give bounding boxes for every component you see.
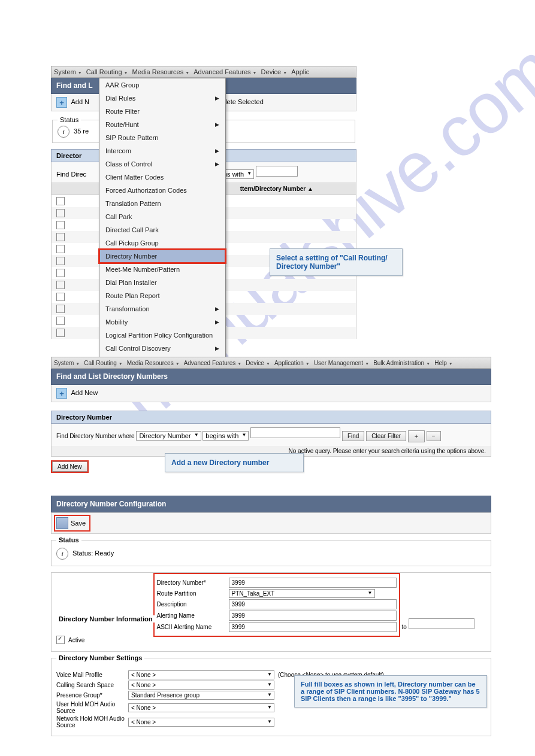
menu-item-directed-call-park[interactable]: Directed Call Park	[99, 223, 225, 236]
ascii-alerting-input[interactable]: 3999	[229, 622, 397, 632]
ascii-alerting-label: ASCII Alerting Name	[157, 624, 229, 630]
network-hold-moh-label: Network Hold MOH Audio Source	[56, 715, 128, 728]
begins-with-select[interactable]: begins with	[202, 431, 249, 441]
add-new-button[interactable]: Add New	[52, 462, 87, 472]
presence-group-label: Presence Group*	[56, 692, 128, 699]
active-checkbox[interactable]	[56, 636, 65, 644]
user-hold-moh-label: User Hold MOH Audio Source	[56, 701, 128, 714]
menu-call-routing[interactable]: Call Routing	[84, 360, 122, 366]
add-criteria-button[interactable]: ＋	[408, 430, 425, 442]
menu-item-call-control-discovery[interactable]: Call Control Discovery▶	[99, 342, 225, 355]
remove-criteria-button[interactable]: −	[427, 431, 441, 441]
active-label: Active	[68, 637, 84, 643]
row-checkbox[interactable]	[56, 197, 65, 205]
row-checkbox[interactable]	[56, 269, 65, 277]
menu-item-route-filter[interactable]: Route Filter	[99, 105, 225, 118]
directory-number-input[interactable]: 3999	[229, 578, 397, 588]
user-hold-moh-select[interactable]: < None >	[128, 703, 274, 712]
row-checkbox[interactable]	[56, 245, 65, 253]
menu-item-transformation[interactable]: Transformation▶	[99, 302, 225, 315]
network-hold-moh-select[interactable]: < None >	[128, 718, 274, 727]
menu-item-mobility[interactable]: Mobility▶	[99, 315, 225, 329]
menu-device[interactable]: Device	[261, 68, 288, 75]
row-checkbox[interactable]	[56, 293, 65, 301]
menu-advanced-features[interactable]: Advanced Features	[184, 360, 242, 366]
menubar: System Call Routing Media Resources Adva…	[51, 357, 491, 369]
menu-item-route-hunt[interactable]: Route/Hunt▶	[99, 118, 225, 131]
row-checkbox[interactable]	[56, 305, 65, 313]
row-checkbox[interactable]	[56, 209, 65, 217]
menu-item-intercom[interactable]: Intercom▶	[99, 144, 225, 157]
menu-advanced-features[interactable]: Advanced Features	[194, 68, 256, 75]
toolbar: + Add New	[51, 385, 491, 402]
row-checkbox[interactable]	[56, 329, 65, 337]
callout-add-new: Add a new Directory number	[165, 453, 304, 472]
search-input[interactable]	[250, 427, 340, 438]
row-checkbox[interactable]	[56, 221, 65, 229]
status-text: Status: Ready	[72, 549, 114, 557]
find-button[interactable]: Find	[342, 431, 364, 441]
menu-call-routing[interactable]: Call Routing	[86, 68, 128, 75]
search-text-input[interactable]	[256, 166, 298, 177]
row-checkbox[interactable]	[56, 233, 65, 241]
directory-number-label: Directory Number*	[157, 579, 229, 586]
row-checkbox[interactable]	[56, 257, 65, 265]
call-routing-dropdown: AAR GroupDial Rules▶Route FilterRoute/Hu…	[99, 78, 226, 369]
to-input[interactable]	[409, 618, 474, 629]
row-checkbox[interactable]	[56, 317, 65, 325]
menu-item-call-pickup-group[interactable]: Call Pickup Group	[99, 236, 225, 250]
description-input[interactable]: 3999	[229, 599, 397, 609]
menu-media-resources[interactable]: Media Resources	[127, 360, 180, 366]
menu-item-aar-group[interactable]: AAR Group	[99, 78, 225, 92]
menu-system[interactable]: System	[54, 68, 82, 75]
menu-application[interactable]: Application	[274, 360, 310, 366]
menu-media-resources[interactable]: Media Resources	[132, 68, 190, 75]
submenu-arrow-icon: ▶	[215, 319, 219, 325]
status-text: 35 re	[74, 127, 89, 135]
alerting-name-input[interactable]: 3999	[229, 611, 397, 621]
to-label: to	[402, 624, 407, 630]
menu-application-cut[interactable]: Applic	[291, 68, 309, 75]
submenu-arrow-icon: ▶	[215, 345, 219, 351]
route-partition-label: Route Partition	[157, 590, 229, 597]
presence-group-select[interactable]: Standard Presence group	[128, 691, 274, 700]
menu-help[interactable]: Help	[434, 360, 453, 366]
menu-item-class-of-control[interactable]: Class of Control▶	[99, 157, 225, 171]
menu-item-call-park[interactable]: Call Park	[99, 210, 225, 223]
save-label: Save	[71, 520, 86, 527]
info-icon: i	[58, 126, 69, 138]
menubar: System Call Routing Media Resources Adva…	[51, 66, 356, 78]
menu-item-route-plan-report[interactable]: Route Plan Report	[99, 289, 225, 302]
menu-item-translation-pattern[interactable]: Translation Pattern	[99, 197, 225, 210]
voice-mail-profile-select[interactable]: < None >	[128, 670, 274, 679]
menu-item-dial-plan-installer[interactable]: Dial Plan Installer	[99, 276, 225, 289]
status-legend: Status	[56, 536, 81, 544]
menu-item-dial-rules[interactable]: Dial Rules▶	[99, 92, 225, 105]
menu-item-directory-number[interactable]: Directory Number	[99, 250, 225, 263]
callout-fill-boxes: Full fill boxes as shown in left, Direct…	[294, 675, 487, 708]
menu-item-forced-authorization-codes[interactable]: Forced Authorization Codes	[99, 184, 225, 197]
menu-item-client-matter-codes[interactable]: Client Matter Codes	[99, 171, 225, 184]
menu-item-meet-me-number-pattern[interactable]: Meet-Me Number/Pattern	[99, 263, 225, 276]
status-legend: Status	[58, 116, 81, 123]
menu-system[interactable]: System	[54, 360, 80, 366]
row-checkbox[interactable]	[56, 281, 65, 289]
find-field-select[interactable]: Directory Number	[136, 431, 201, 441]
status-fieldset: Status i Status: Ready	[51, 540, 491, 566]
menu-item-sip-route-pattern[interactable]: SIP Route Pattern	[99, 131, 225, 144]
calling-search-space-select[interactable]: < None >	[128, 681, 274, 690]
menu-item-logical-partition-policy-configuration[interactable]: Logical Partition Policy Configuration	[99, 329, 225, 342]
save-button[interactable]: Save	[55, 516, 89, 530]
plus-icon[interactable]: +	[56, 388, 67, 399]
menu-bulk-administration[interactable]: Bulk Administration	[373, 360, 430, 366]
find-row: Find Directory Number where Directory Nu…	[51, 424, 491, 446]
clear-filter-button[interactable]: Clear Filter	[366, 431, 406, 441]
add-button-label[interactable]: Add N	[71, 98, 89, 105]
toolbar: Save	[51, 512, 491, 534]
menu-user-management[interactable]: User Management	[314, 360, 369, 366]
route-partition-select[interactable]: PTN_Taka_EXT	[229, 589, 375, 598]
menu-device[interactable]: Device	[246, 360, 270, 366]
plus-icon[interactable]: +	[56, 97, 67, 108]
add-new-link[interactable]: Add New	[71, 389, 98, 396]
sort-icon[interactable]: ▲	[307, 186, 313, 192]
